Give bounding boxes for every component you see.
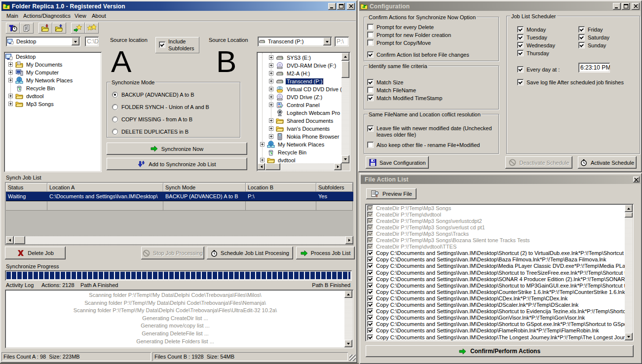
checkbox-icon[interactable]	[578, 26, 585, 33]
drive-combo-b[interactable]: Transcend (P:)	[258, 36, 332, 46]
tree-b-item[interactable]: M2-A (H:)	[258, 70, 341, 77]
grid-column-header[interactable]: Synch Mode	[163, 183, 246, 192]
toolbar-schedule-button[interactable]	[6, 23, 20, 34]
file-action-item[interactable]: Copy C:\Documents and Settings\Ivan.IM\D…	[366, 263, 625, 269]
expand-icon[interactable]	[8, 102, 13, 106]
checkbox-icon[interactable]	[367, 315, 373, 321]
file-action-item[interactable]: Copy C:\Documents and Settings\Ivan.IM\D…	[366, 334, 625, 340]
checkbox-icon[interactable]	[578, 42, 585, 48]
schedule-time-field[interactable]: 6:23:10 PM	[578, 63, 610, 73]
scroll-up-button[interactable]	[625, 205, 633, 212]
scroll-left-button[interactable]	[6, 236, 14, 244]
file-action-item[interactable]: Copy C:\Documents and Settings\Ivan.IM\D…	[366, 269, 625, 276]
checkbox-icon[interactable]	[517, 50, 524, 56]
checkbox-icon[interactable]	[367, 231, 373, 237]
radio-icon[interactable]	[112, 104, 118, 110]
scroll-right-button[interactable]	[345, 236, 353, 244]
expand-icon[interactable]	[269, 126, 273, 131]
main-title-bar[interactable]: Folder Replica 1.0 - Registered Version	[1, 1, 356, 11]
file-action-item[interactable]: CreateDir P:\!Temp\Mp3 Songs\verlust cd …	[366, 224, 625, 230]
file-action-item[interactable]: CreateDir P:\!Temp\Mp3 Songs\Bozana Sile…	[366, 237, 625, 244]
menu-about[interactable]: About	[92, 13, 106, 19]
scrollbar-thumb[interactable]	[341, 61, 349, 78]
file-action-vscrollbar[interactable]	[625, 205, 633, 340]
tree-b-item[interactable]: Virtual CD DVD Drive (V	[258, 85, 341, 93]
confirm-perform-actions-button[interactable]: Confirm/Perform Actions	[366, 345, 634, 357]
checkbox-icon[interactable]	[367, 256, 373, 262]
path-field-b[interactable]: P:\	[335, 36, 349, 46]
scroll-left-button[interactable]	[258, 163, 265, 170]
checkbox-icon[interactable]	[367, 142, 374, 148]
toolbar-source-b-button[interactable]	[52, 23, 66, 34]
preview-file-button[interactable]: Preview File	[366, 188, 416, 199]
tree-a-item[interactable]: Recycle Bin	[4, 84, 102, 92]
close-button[interactable]	[347, 3, 355, 10]
checkbox-icon[interactable]	[367, 87, 374, 93]
toolbar-source-a-button[interactable]	[38, 23, 52, 34]
minimize-button[interactable]	[328, 3, 336, 10]
checkbox-icon[interactable]	[367, 125, 374, 132]
tree-a-item[interactable]: My Computer	[4, 69, 102, 76]
file-action-item[interactable]: Copy C:\Documents and Settings\Ivan.IM\D…	[366, 321, 625, 328]
checkbox-icon[interactable]	[367, 276, 373, 282]
checkbox-icon[interactable]	[367, 334, 373, 340]
grid-column-header[interactable]: Location A	[47, 183, 163, 192]
file-action-item[interactable]: Copy C:\Documents and Settings\Ivan.IM\D…	[366, 289, 625, 295]
log-vscrollbar[interactable]	[344, 291, 352, 347]
file-action-item[interactable]: CreateDir P:\!Temp\Mp3 Songs\Tracks	[366, 230, 625, 237]
add-to-job-list-button[interactable]: Add to Synchronize Job List	[107, 158, 247, 170]
checkbox-icon[interactable]	[367, 32, 374, 38]
synchronize-now-button[interactable]: Synchronize Now	[107, 143, 247, 155]
scroll-down-button[interactable]	[344, 340, 352, 347]
tree-b-item[interactable]: Transcend (P:)	[258, 77, 341, 85]
expand-icon[interactable]	[8, 78, 13, 82]
tree-b-item[interactable]: Recycle Bin	[258, 148, 341, 156]
file-action-item[interactable]: Copy C:\Documents and Settings\Ivan.IM\D…	[366, 256, 625, 263]
checkbox-icon[interactable]	[367, 95, 374, 101]
file-action-item[interactable]: CreateDir P:\!Temp\Mp3 Songs	[366, 205, 625, 211]
tree-b-item[interactable]: Logitech Webcam Pro	[258, 109, 341, 117]
file-action-item[interactable]: CreateDir P:\!Temp\Mp3 Songs\verlustcdpt…	[366, 218, 625, 224]
checkbox-icon[interactable]	[367, 308, 373, 314]
grid-column-header[interactable]: Status	[6, 183, 47, 192]
scroll-right-button[interactable]	[334, 163, 341, 170]
deactivate-schedule-button[interactable]: Deactivate Schedule	[505, 156, 572, 169]
checkbox-icon[interactable]	[367, 244, 373, 250]
file-action-item[interactable]: CreateDir P:\!Temp\dvdtool	[366, 211, 625, 218]
checkbox-icon[interactable]	[367, 283, 373, 289]
scroll-up-button[interactable]	[344, 291, 352, 298]
include-subfolders-checkbox[interactable]	[159, 41, 165, 48]
expand-icon[interactable]	[269, 63, 273, 68]
stop-job-processing-button[interactable]: Stop Job Processing	[141, 247, 204, 259]
close-button[interactable]	[632, 3, 640, 10]
schedule-job-list-button[interactable]: Schedule Job List Procesing	[207, 247, 293, 259]
file-action-item[interactable]: CreateDir P:\!Temp\dvdtool\TTES	[366, 244, 625, 250]
toolbar-new-job-button[interactable]	[85, 23, 99, 34]
file-action-item[interactable]: Copy C:\Documents and Settings\Ivan.IM\D…	[366, 250, 625, 256]
config-title-bar[interactable]: Configuration	[359, 1, 641, 11]
checkbox-icon[interactable]	[367, 270, 373, 276]
scrollbar-thumb[interactable]	[14, 236, 25, 244]
checkbox-icon[interactable]	[578, 34, 585, 40]
radio-icon[interactable]	[112, 129, 118, 135]
expand-icon[interactable]	[269, 79, 273, 83]
job-row-empty[interactable]	[6, 201, 353, 211]
checkbox-icon[interactable]	[367, 321, 373, 327]
save-configuration-button[interactable]: Save Configuration	[366, 156, 429, 169]
expand-icon[interactable]	[269, 134, 273, 139]
tree-b-item[interactable]: My Network Places	[258, 141, 341, 148]
file-action-item[interactable]: Copy C:\Documents and Settings\Ivan.IM\D…	[366, 302, 625, 308]
radio-icon[interactable]	[112, 116, 118, 122]
checkbox-icon[interactable]	[367, 212, 373, 218]
maximize-button[interactable]	[337, 3, 345, 10]
sync-mode-option[interactable]: DELETE DUPLICATES in B	[112, 128, 189, 135]
grid-column-header[interactable]: Location B	[246, 183, 316, 192]
sync-mode-option[interactable]: BACKUP (ADVANCED) A to B	[112, 91, 194, 98]
checkbox-icon[interactable]	[367, 250, 373, 256]
checkbox-icon[interactable]	[517, 26, 524, 33]
tree-a-item[interactable]: Desktop	[4, 53, 102, 61]
checkbox-icon[interactable]	[367, 289, 373, 295]
tree-b-item[interactable]: dvdtool	[258, 156, 341, 163]
expand-icon[interactable]	[269, 118, 273, 123]
expand-icon[interactable]	[8, 70, 13, 74]
